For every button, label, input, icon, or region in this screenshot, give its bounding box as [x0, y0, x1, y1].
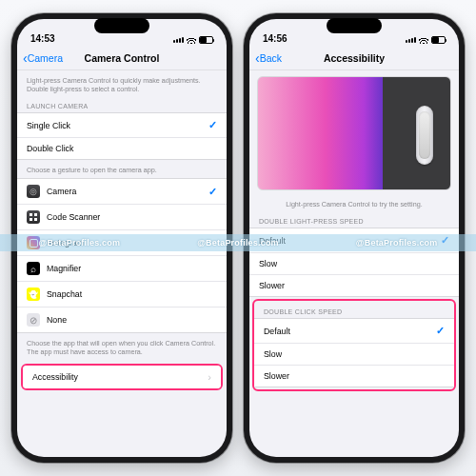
camera-control-button-graphic — [416, 106, 433, 165]
back-label: Camera — [28, 52, 63, 64]
back-button[interactable]: ‹ Back — [255, 46, 282, 69]
option-label: Single Click — [27, 121, 202, 130]
option-light-slower[interactable]: Slower — [249, 274, 459, 296]
option-app-snapchat[interactable]: Snapchat — [17, 281, 227, 307]
option-light-slow[interactable]: Slow — [249, 252, 459, 274]
status-indicators — [173, 36, 213, 44]
camera-app-icon — [27, 185, 40, 198]
page-title: Camera Control — [85, 52, 160, 64]
status-indicators — [406, 36, 446, 44]
none-icon — [27, 313, 40, 327]
nav-bar: ‹ Camera Camera Control — [17, 46, 227, 70]
checkmark-icon: ✓ — [208, 119, 217, 131]
option-label: Snapchat — [47, 289, 217, 299]
checkmark-icon: ✓ — [436, 325, 445, 337]
highlight-accessibility: Accessibility › — [21, 364, 223, 390]
chevron-right-icon: › — [208, 371, 211, 383]
camera-control-preview[interactable] — [257, 76, 451, 190]
battery-icon — [199, 36, 213, 44]
magnifier-app-icon — [27, 262, 40, 275]
hint-text: Choose a gesture to open the camera app. — [17, 160, 227, 178]
section-header-light-press: DOUBLE LIGHT-PRESS SPEED — [249, 212, 459, 228]
option-label: Instagram — [47, 238, 217, 248]
group-launch-gesture: Single Click ✓ Double Click — [17, 112, 227, 160]
option-label: Magnifier — [47, 264, 217, 273]
option-label: Slow — [259, 259, 449, 268]
option-single-click[interactable]: Single Click ✓ — [17, 113, 227, 137]
dynamic-island — [327, 18, 382, 33]
battery-icon — [431, 36, 446, 44]
page-title: Accessibility — [324, 52, 385, 64]
row-label: Accessibility — [32, 372, 201, 382]
option-light-default[interactable]: Default ✓ — [249, 228, 459, 252]
wifi-icon — [187, 36, 196, 44]
screen-accessibility: 14:56 ‹ Back Accessibility Light-press C… — [249, 19, 459, 457]
status-time: 14:56 — [263, 33, 288, 44]
option-app-code-scanner[interactable]: Code Scanner — [17, 204, 227, 229]
option-app-camera[interactable]: Camera ✓ — [17, 179, 227, 204]
option-click-default[interactable]: Default ✓ — [254, 319, 454, 343]
section-header-click: DOUBLE CLICK SPEED — [254, 303, 454, 318]
dynamic-island — [94, 18, 149, 33]
wifi-icon — [419, 36, 428, 44]
cellular-icon — [406, 37, 416, 43]
status-time: 14:53 — [30, 33, 55, 44]
option-label: Camera — [47, 187, 202, 196]
highlight-double-click-speed: DOUBLE CLICK SPEED Default ✓ Slow Slower — [252, 299, 456, 391]
back-button[interactable]: ‹ Camera — [23, 46, 63, 69]
option-label: None — [47, 315, 217, 325]
option-app-magnifier[interactable]: Magnifier — [17, 255, 227, 281]
content-scroll[interactable]: Light-press Camera Control to quickly ma… — [17, 70, 227, 457]
cellular-icon — [173, 37, 184, 43]
group-double-click-speed: Default ✓ Slow Slower — [254, 318, 454, 387]
option-app-instagram[interactable]: Instagram — [17, 229, 227, 255]
option-label: Slow — [264, 349, 445, 359]
option-label: Code Scanner — [47, 212, 217, 222]
snapchat-app-icon — [27, 288, 40, 301]
option-label: Slower — [259, 281, 449, 290]
option-click-slow[interactable]: Slow — [254, 343, 454, 365]
checkmark-icon: ✓ — [441, 234, 449, 247]
hint-text: Choose the app that will open when you c… — [17, 333, 227, 360]
phone-left: 14:53 ‹ Camera Camera Control Light-pres… — [11, 13, 232, 463]
screen-camera-control: 14:53 ‹ Camera Camera Control Light-pres… — [17, 19, 227, 457]
back-label: Back — [260, 52, 282, 64]
content-scroll[interactable]: Light-press Camera Control to try the se… — [249, 70, 459, 457]
option-app-none[interactable]: None — [17, 307, 227, 332]
instagram-app-icon — [27, 236, 40, 249]
hint-text: Light-press Camera Control to quickly ma… — [17, 70, 227, 97]
option-label: Default — [264, 327, 429, 336]
option-label: Slower — [264, 371, 445, 381]
phone-right: 14:56 ‹ Back Accessibility Light-press C… — [244, 13, 465, 463]
hint-text: Light-press Camera Control to try the se… — [249, 194, 459, 212]
option-label: Default — [259, 236, 434, 246]
nav-bar: ‹ Back Accessibility — [249, 46, 459, 70]
row-accessibility[interactable]: Accessibility › — [23, 366, 221, 388]
code-scanner-app-icon — [27, 210, 40, 224]
checkmark-icon: ✓ — [208, 186, 217, 198]
option-click-slower[interactable]: Slower — [254, 365, 454, 387]
option-label: Double Click — [27, 144, 217, 153]
group-app-picker: Camera ✓ Code Scanner Instagram Magnifie… — [17, 178, 227, 333]
section-header-launch: LAUNCH CAMERA — [17, 97, 227, 112]
group-light-press-speed: Default ✓ Slow Slower — [249, 228, 459, 297]
option-double-click[interactable]: Double Click — [17, 137, 227, 159]
